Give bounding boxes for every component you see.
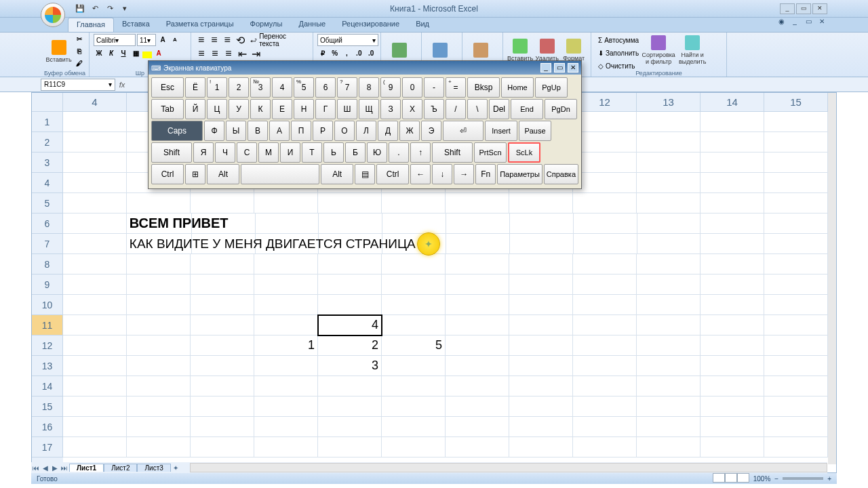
- font-name-combo[interactable]: Calibri▾: [94, 34, 136, 46]
- close-button[interactable]: ✕: [812, 3, 827, 14]
- key-1[interactable]: !1: [207, 77, 227, 98]
- cut-icon[interactable]: ✂: [74, 34, 85, 45]
- sheet-nav-next[interactable]: ▶: [50, 464, 60, 472]
- key-Tab[interactable]: Tab: [151, 99, 184, 119]
- increase-indent-icon[interactable]: ⇥: [250, 48, 262, 59]
- orientation-icon[interactable]: ⟲: [235, 35, 246, 45]
- col-header[interactable]: 14: [701, 93, 764, 112]
- sheet-nav-last[interactable]: ⏭: [60, 464, 69, 472]
- key-Shift[interactable]: Shift: [151, 142, 192, 163]
- cell[interactable]: 3: [318, 356, 382, 376]
- key-Shift[interactable]: Shift: [432, 142, 473, 163]
- row-header[interactable]: 2: [32, 132, 63, 152]
- col-header[interactable]: 15: [764, 93, 828, 112]
- key-Bksp[interactable]: Bksp: [467, 77, 500, 98]
- osk-close[interactable]: ✕: [568, 63, 578, 73]
- decrease-indent-icon[interactable]: ⇤: [236, 48, 248, 59]
- sheet-tab[interactable]: Лист3: [137, 464, 170, 472]
- name-box[interactable]: R11C9▾: [41, 79, 115, 91]
- key-Del[interactable]: Del: [489, 99, 509, 119]
- tab-page-layout[interactable]: Разметка страницы: [158, 18, 242, 32]
- find-select-button[interactable]: Найти и выделить: [675, 34, 709, 66]
- key-Caps[interactable]: Caps: [151, 121, 203, 141]
- key-0[interactable]: 0: [402, 77, 422, 98]
- sheet-tab[interactable]: Лист2: [104, 464, 137, 472]
- key-.[interactable]: .: [389, 142, 409, 163]
- key-ScLk[interactable]: ScLk: [508, 142, 540, 163]
- key-Х[interactable]: Х: [402, 99, 422, 119]
- vertical-scrollbar[interactable]: [828, 93, 836, 464]
- key-Т[interactable]: Т: [302, 142, 322, 163]
- key-Ш[interactable]: Ш: [337, 99, 357, 119]
- key-Ы[interactable]: Ы: [226, 121, 246, 141]
- key-Ю[interactable]: Ю: [367, 142, 387, 163]
- minimize-button[interactable]: _: [780, 3, 795, 14]
- select-all-corner[interactable]: [32, 93, 63, 112]
- key-В[interactable]: В: [248, 121, 268, 141]
- key-У[interactable]: У: [229, 99, 249, 119]
- comma-icon[interactable]: ,: [342, 48, 353, 59]
- key-Б[interactable]: Б: [345, 142, 366, 163]
- sheet-nav-first[interactable]: ⏮: [31, 464, 41, 472]
- key-Э[interactable]: Э: [421, 121, 441, 141]
- key-Щ[interactable]: Щ: [359, 99, 379, 119]
- key-П[interactable]: П: [291, 121, 311, 141]
- col-header[interactable]: 12: [573, 93, 637, 112]
- key-space[interactable]: [241, 164, 319, 184]
- sort-filter-button[interactable]: Сортировка и фильтр: [642, 34, 675, 66]
- row-header[interactable]: 5: [32, 193, 63, 214]
- align-middle-icon[interactable]: ≡: [208, 35, 220, 45]
- cell[interactable]: 5: [382, 336, 446, 356]
- sheet-tab[interactable]: Лист1: [69, 464, 104, 472]
- close-doc-icon[interactable]: ✕: [816, 18, 827, 28]
- key-9[interactable]: (9: [380, 77, 401, 98]
- grow-font-icon[interactable]: A: [157, 35, 168, 45]
- align-left-icon[interactable]: ≡: [195, 48, 208, 59]
- key-Ф[interactable]: Ф: [204, 121, 224, 141]
- key-К[interactable]: К: [250, 99, 271, 119]
- bold-button[interactable]: Ж: [94, 48, 104, 59]
- cell-text[interactable]: ВСЕМ ПРИВЕТ: [127, 214, 192, 234]
- row-header[interactable]: 4: [32, 173, 63, 193]
- key-Ё[interactable]: Ё: [185, 77, 205, 98]
- row-header[interactable]: 7: [32, 234, 63, 254]
- key-Home[interactable]: Home: [501, 77, 534, 98]
- percent-icon[interactable]: %: [330, 48, 340, 59]
- key-Р[interactable]: Р: [313, 121, 333, 141]
- row-header[interactable]: 3: [32, 152, 63, 173]
- key-End[interactable]: End: [511, 99, 543, 119]
- key-Ь[interactable]: Ь: [323, 142, 344, 163]
- redo-icon[interactable]: ↷: [104, 3, 115, 14]
- cell[interactable]: 2: [318, 336, 382, 356]
- key-Л[interactable]: Л: [356, 121, 376, 141]
- key-А[interactable]: А: [269, 121, 290, 141]
- key-Параметры[interactable]: Параметры: [497, 164, 542, 184]
- restore-button[interactable]: ▭: [796, 3, 811, 14]
- wrap-text-button[interactable]: ⮐Перенос текста: [248, 34, 309, 46]
- key-Г[interactable]: Г: [315, 99, 336, 119]
- align-center-icon[interactable]: ≡: [209, 48, 221, 59]
- key-Pause[interactable]: Pause: [519, 121, 551, 141]
- col-header[interactable]: 13: [637, 93, 701, 112]
- increase-decimal-icon[interactable]: .0: [353, 48, 364, 59]
- col-header[interactable]: 4: [63, 93, 127, 112]
- fill-button[interactable]: ⬇Заполнить: [595, 47, 642, 59]
- tab-review[interactable]: Рецензирование: [334, 18, 408, 32]
- row-header[interactable]: 16: [32, 417, 63, 437]
- key-PgDn[interactable]: PgDn: [545, 99, 577, 119]
- key-▤[interactable]: ▤: [355, 164, 375, 184]
- key-7[interactable]: ?7: [337, 77, 357, 98]
- key-→[interactable]: →: [454, 164, 474, 184]
- font-color-icon[interactable]: A: [153, 48, 164, 59]
- key-Insert[interactable]: Insert: [485, 121, 517, 141]
- key-3[interactable]: №3: [250, 77, 271, 98]
- fx-icon[interactable]: fx: [115, 81, 129, 89]
- key-Esc[interactable]: Esc: [151, 77, 184, 98]
- underline-button[interactable]: Ч: [118, 48, 129, 59]
- key-4[interactable]: 4: [272, 77, 292, 98]
- key-О[interactable]: О: [334, 121, 355, 141]
- key-=[interactable]: +=: [446, 77, 466, 98]
- key-⊞[interactable]: ⊞: [185, 164, 205, 184]
- key-⏎[interactable]: ⏎: [443, 121, 484, 141]
- minimize-ribbon-icon[interactable]: _: [789, 18, 800, 28]
